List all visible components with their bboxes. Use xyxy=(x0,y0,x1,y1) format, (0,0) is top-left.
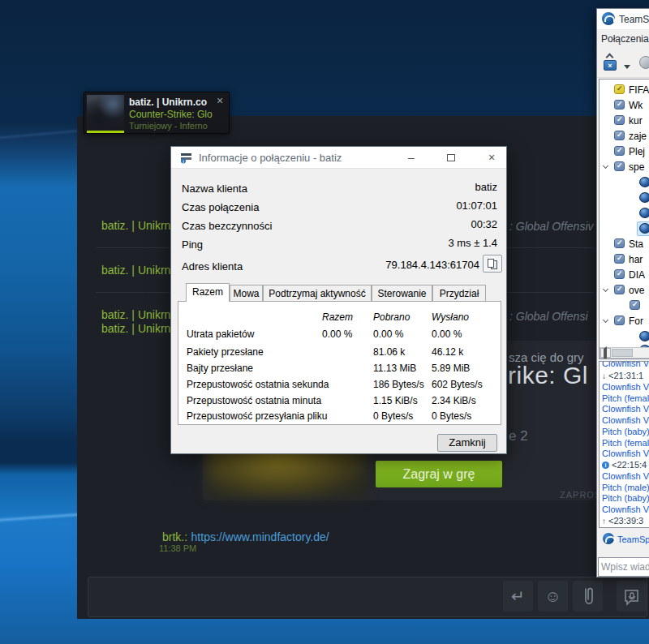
chat-link[interactable]: https://www.mindfactory.de/ xyxy=(191,530,329,543)
channel-row[interactable]: For xyxy=(600,314,649,328)
channel-icon xyxy=(614,285,625,294)
scrollbar-thumb[interactable] xyxy=(612,349,633,357)
connection-info-dialog: i Informacje o połączeniu - batiz – × Na… xyxy=(170,146,507,454)
minimize-icon[interactable]: – xyxy=(401,149,422,165)
smiley-icon: ☺ xyxy=(544,587,561,605)
field-label: Ping xyxy=(182,238,203,251)
notification-title: batiz. | Unikrn.co xyxy=(129,97,217,108)
play-game-button[interactable]: Zagraj w grę xyxy=(376,461,502,487)
cell-razem: 0.00 % xyxy=(322,328,352,340)
close-icon[interactable]: × xyxy=(481,149,502,165)
connection-info-icon: i xyxy=(180,152,192,164)
tab-podtrzymaj-aktywnosc[interactable]: Podtrzymaj aktywność xyxy=(263,285,372,302)
chat-message-row: brtk.: https://www.mindfactory.de/ xyxy=(162,530,329,544)
tab-sterowanie[interactable]: Sterowanie xyxy=(372,285,432,302)
close-icon[interactable]: × xyxy=(217,96,223,105)
channel-row[interactable]: kur xyxy=(600,114,649,128)
chat-message-name: batiz. | Unikrn xyxy=(101,264,170,277)
row-label: Przepustowość ostatnia sekunda xyxy=(187,379,329,390)
client-icon xyxy=(639,223,649,234)
field-value: 3 ms ± 1.4 xyxy=(335,237,497,249)
avatar xyxy=(87,95,124,131)
client-row[interactable] xyxy=(600,175,649,190)
channel-label: ove xyxy=(629,285,644,296)
notification-game: Counter-Strike: Glo xyxy=(129,109,213,120)
channel-row[interactable]: zaje xyxy=(600,129,649,144)
ts-window-title: TeamSp xyxy=(619,14,649,25)
disconnect-button[interactable]: × xyxy=(602,54,620,71)
input-placeholder: Wpisz wiador xyxy=(601,561,649,573)
tab-razem[interactable]: Razem xyxy=(186,283,230,302)
server-tree: FIFA Wk kur zaje Plej spe xyxy=(599,79,649,359)
channel-row[interactable]: spe xyxy=(600,160,649,174)
channel-icon xyxy=(614,254,625,264)
client-row[interactable] xyxy=(600,191,649,205)
horizontal-scrollbar[interactable] xyxy=(600,347,649,358)
channel-row[interactable]: FIFA xyxy=(600,83,649,97)
subchannel-row[interactable] xyxy=(600,298,649,313)
channel-row[interactable]: Wk xyxy=(600,98,649,113)
client-row-selected[interactable] xyxy=(600,221,649,236)
chat-log-line: Clownfish Vo xyxy=(602,361,649,369)
channel-row[interactable]: ove xyxy=(600,283,649,298)
client-icon xyxy=(639,331,649,341)
away-status-icon[interactable] xyxy=(639,56,649,69)
emoticon-button[interactable]: ☺ xyxy=(538,581,568,612)
tab-mowa[interactable]: Mowa xyxy=(230,285,263,302)
client-row[interactable] xyxy=(600,329,649,344)
notification-status: Turniejowy - Inferno xyxy=(129,121,208,131)
chat-log-line: Clownfish Vo xyxy=(602,471,649,482)
ts-message-input[interactable]: Wpisz wiador xyxy=(598,557,649,577)
attachment-button[interactable] xyxy=(573,581,603,612)
column-header: Razem xyxy=(322,311,353,323)
scroll-left-button[interactable] xyxy=(600,348,611,358)
field-label: Adres klienta xyxy=(182,260,243,273)
channel-icon xyxy=(614,131,625,140)
paperclip-icon xyxy=(573,581,603,612)
channel-label: For xyxy=(629,316,643,327)
maximize-icon[interactable] xyxy=(441,149,462,165)
chat-message-name: batiz. | Unikrn xyxy=(101,322,170,335)
channel-row[interactable]: DIA xyxy=(600,268,649,282)
dropdown-caret-icon[interactable] xyxy=(624,65,630,69)
channel-row[interactable]: Plej xyxy=(600,144,649,159)
row-label: Utrata pakietów xyxy=(187,328,254,340)
tab-przydzial[interactable]: Przydział xyxy=(432,285,486,302)
chevron-down-icon[interactable] xyxy=(603,317,608,323)
ts-chat-tab[interactable]: TeamSp xyxy=(603,533,649,547)
menu-polaczenia[interactable]: Połączenia xyxy=(601,33,649,45)
client-icon xyxy=(639,192,649,203)
channel-row[interactable]: har xyxy=(600,252,649,267)
chat-log-line: ↑ <23:39:3 xyxy=(602,516,643,526)
row-label: Pakiety przesłane xyxy=(187,346,264,358)
client-row[interactable] xyxy=(600,206,649,221)
cell-wyslano: 0 Bytes/s xyxy=(432,410,471,422)
teamspeak-logo-icon xyxy=(603,533,614,544)
cell-wyslano: 5.89 MiB xyxy=(432,363,470,374)
channel-label: zaje xyxy=(629,131,647,142)
send-message-button[interactable]: ↵ xyxy=(503,581,533,612)
chat-message-fragment: : Global Offensiv xyxy=(509,220,594,233)
close-dialog-button[interactable]: Zamknij xyxy=(437,434,497,452)
voice-message-button[interactable] xyxy=(617,581,647,612)
field-value: batiz xyxy=(335,181,497,193)
channel-label: Sta xyxy=(629,238,643,250)
column-header: Wysłano xyxy=(432,311,469,323)
cell-pobrano: 0 Bytes/s xyxy=(373,410,413,422)
field-value: 79.184.4.143:61704 xyxy=(317,259,479,271)
chat-sender-name: brtk.: xyxy=(162,530,187,543)
channel-icon xyxy=(614,84,625,94)
stats-panel: Razem Pobrano Wysłano Utrata pakietów 0.… xyxy=(178,301,501,425)
chat-tab-label: TeamSp xyxy=(617,535,649,544)
chat-log-line: Pitch (male) xyxy=(602,483,649,493)
column-header: Pobrano xyxy=(373,311,410,323)
chat-log-line: Pitch (female xyxy=(602,438,649,449)
chevron-down-icon[interactable] xyxy=(603,163,608,169)
ts-toolbar: × xyxy=(597,49,649,78)
copy-address-button[interactable] xyxy=(483,255,502,273)
cell-pobrano: 81.06 k xyxy=(373,346,405,358)
chat-message-name: batiz. | Unikrn xyxy=(101,219,170,232)
chevron-down-icon[interactable] xyxy=(603,286,608,292)
channel-row[interactable]: Sta xyxy=(600,237,649,251)
field-value: 00:32 xyxy=(335,218,497,230)
